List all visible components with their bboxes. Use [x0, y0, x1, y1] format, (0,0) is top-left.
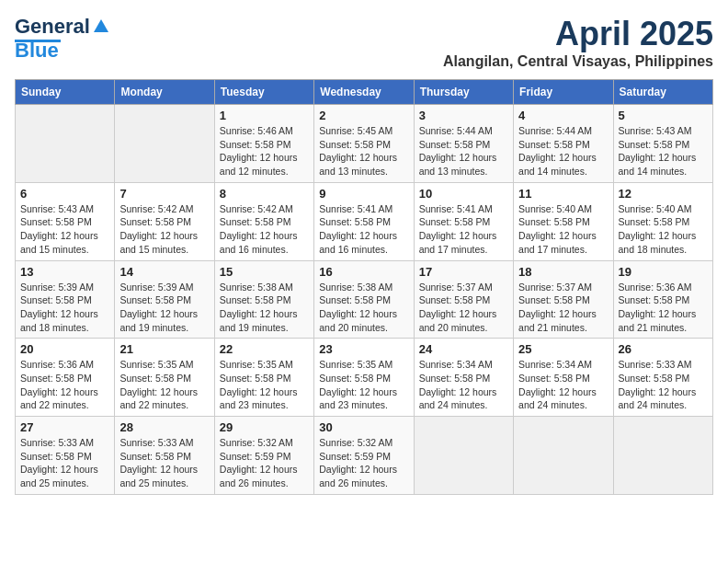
- calendar-cell: 13Sunrise: 5:39 AMSunset: 5:58 PMDayligh…: [16, 260, 115, 339]
- calendar-cell: 25Sunrise: 5:34 AMSunset: 5:58 PMDayligh…: [514, 339, 613, 417]
- calendar-cell: 15Sunrise: 5:38 AMSunset: 5:58 PMDayligh…: [214, 260, 313, 339]
- day-info: Sunrise: 5:43 AMSunset: 5:58 PMDaylight:…: [20, 202, 109, 257]
- title-area: April 2025 Alangilan, Central Visayas, P…: [443, 15, 713, 70]
- day-info: Sunrise: 5:33 AMSunset: 5:58 PMDaylight:…: [20, 436, 109, 490]
- location-title: Alangilan, Central Visayas, Philippines: [443, 53, 713, 70]
- calendar-cell: 7Sunrise: 5:42 AMSunset: 5:58 PMDaylight…: [115, 182, 214, 260]
- day-number: 8: [220, 187, 309, 201]
- svg-marker-0: [94, 19, 108, 32]
- calendar-cell: 10Sunrise: 5:41 AMSunset: 5:58 PMDayligh…: [414, 182, 513, 260]
- week-row-4: 20Sunrise: 5:36 AMSunset: 5:58 PMDayligh…: [16, 339, 713, 417]
- day-info: Sunrise: 5:32 AMSunset: 5:59 PMDaylight:…: [220, 436, 309, 490]
- week-row-2: 6Sunrise: 5:43 AMSunset: 5:58 PMDaylight…: [16, 182, 713, 260]
- calendar-cell: [414, 417, 513, 495]
- week-row-5: 27Sunrise: 5:33 AMSunset: 5:58 PMDayligh…: [16, 417, 713, 495]
- calendar-cell: 21Sunrise: 5:35 AMSunset: 5:58 PMDayligh…: [115, 339, 214, 417]
- day-info: Sunrise: 5:35 AMSunset: 5:58 PMDaylight:…: [119, 358, 209, 412]
- calendar-cell: 23Sunrise: 5:35 AMSunset: 5:58 PMDayligh…: [314, 339, 414, 417]
- day-info: Sunrise: 5:43 AMSunset: 5:58 PMDaylight:…: [619, 124, 708, 178]
- column-header-tuesday: Tuesday: [214, 80, 313, 105]
- calendar-cell: 18Sunrise: 5:37 AMSunset: 5:58 PMDayligh…: [514, 260, 613, 339]
- day-info: Sunrise: 5:40 AMSunset: 5:58 PMDaylight:…: [619, 202, 708, 257]
- day-number: 13: [20, 265, 109, 279]
- day-info: Sunrise: 5:38 AMSunset: 5:58 PMDaylight:…: [220, 281, 309, 335]
- calendar-cell: [514, 417, 613, 495]
- logo-blue: Blue: [15, 39, 59, 63]
- day-number: 26: [619, 342, 708, 356]
- day-number: 14: [119, 265, 209, 279]
- day-info: Sunrise: 5:32 AMSunset: 5:59 PMDaylight:…: [319, 436, 408, 490]
- day-info: Sunrise: 5:42 AMSunset: 5:58 PMDaylight:…: [220, 202, 309, 257]
- week-row-3: 13Sunrise: 5:39 AMSunset: 5:58 PMDayligh…: [16, 260, 713, 339]
- day-info: Sunrise: 5:38 AMSunset: 5:58 PMDaylight:…: [319, 281, 408, 335]
- logo-general: General: [15, 15, 90, 39]
- calendar-cell: [115, 105, 214, 183]
- calendar-cell: 30Sunrise: 5:32 AMSunset: 5:59 PMDayligh…: [314, 417, 414, 495]
- day-info: Sunrise: 5:39 AMSunset: 5:58 PMDaylight:…: [119, 281, 209, 335]
- calendar-cell: 12Sunrise: 5:40 AMSunset: 5:58 PMDayligh…: [613, 182, 712, 260]
- day-number: 10: [419, 187, 508, 201]
- day-info: Sunrise: 5:35 AMSunset: 5:58 PMDaylight:…: [220, 358, 309, 412]
- calendar-cell: 28Sunrise: 5:33 AMSunset: 5:58 PMDayligh…: [115, 417, 214, 495]
- column-header-monday: Monday: [115, 80, 214, 105]
- day-number: 2: [319, 109, 408, 122]
- week-row-1: 1Sunrise: 5:46 AMSunset: 5:58 PMDaylight…: [16, 105, 713, 183]
- day-info: Sunrise: 5:40 AMSunset: 5:58 PMDaylight:…: [518, 202, 608, 257]
- day-number: 21: [119, 342, 209, 356]
- calendar-cell: 1Sunrise: 5:46 AMSunset: 5:58 PMDaylight…: [214, 105, 313, 183]
- column-header-wednesday: Wednesday: [314, 80, 414, 105]
- calendar-cell: [16, 105, 115, 183]
- day-number: 18: [518, 265, 608, 279]
- day-number: 11: [518, 187, 608, 201]
- day-info: Sunrise: 5:34 AMSunset: 5:58 PMDaylight:…: [518, 358, 608, 412]
- day-number: 20: [20, 342, 109, 356]
- calendar-cell: 14Sunrise: 5:39 AMSunset: 5:58 PMDayligh…: [115, 260, 214, 339]
- calendar-cell: 6Sunrise: 5:43 AMSunset: 5:58 PMDaylight…: [16, 182, 115, 260]
- calendar-cell: 19Sunrise: 5:36 AMSunset: 5:58 PMDayligh…: [613, 260, 712, 339]
- calendar-cell: 3Sunrise: 5:44 AMSunset: 5:58 PMDaylight…: [414, 105, 513, 183]
- day-info: Sunrise: 5:37 AMSunset: 5:58 PMDaylight:…: [518, 281, 608, 335]
- calendar-header-row: SundayMondayTuesdayWednesdayThursdayFrid…: [16, 80, 713, 105]
- day-info: Sunrise: 5:42 AMSunset: 5:58 PMDaylight:…: [119, 202, 209, 257]
- day-info: Sunrise: 5:36 AMSunset: 5:58 PMDaylight:…: [619, 281, 708, 335]
- day-number: 4: [518, 109, 608, 122]
- calendar-cell: 26Sunrise: 5:33 AMSunset: 5:58 PMDayligh…: [613, 339, 712, 417]
- day-info: Sunrise: 5:33 AMSunset: 5:58 PMDaylight:…: [619, 358, 708, 412]
- column-header-friday: Friday: [514, 80, 613, 105]
- day-info: Sunrise: 5:45 AMSunset: 5:58 PMDaylight:…: [319, 124, 408, 178]
- day-info: Sunrise: 5:41 AMSunset: 5:58 PMDaylight:…: [419, 202, 508, 257]
- day-info: Sunrise: 5:41 AMSunset: 5:58 PMDaylight:…: [319, 202, 408, 257]
- day-number: 25: [518, 342, 608, 356]
- calendar-cell: 8Sunrise: 5:42 AMSunset: 5:58 PMDaylight…: [214, 182, 313, 260]
- calendar-body: 1Sunrise: 5:46 AMSunset: 5:58 PMDaylight…: [16, 105, 713, 495]
- day-info: Sunrise: 5:44 AMSunset: 5:58 PMDaylight:…: [419, 124, 508, 178]
- day-number: 12: [619, 187, 708, 201]
- day-info: Sunrise: 5:37 AMSunset: 5:58 PMDaylight:…: [419, 281, 508, 335]
- logo: General Blue: [15, 15, 110, 63]
- day-number: 1: [220, 109, 309, 122]
- day-info: Sunrise: 5:39 AMSunset: 5:58 PMDaylight:…: [20, 281, 109, 335]
- day-number: 22: [220, 342, 309, 356]
- calendar-cell: 4Sunrise: 5:44 AMSunset: 5:58 PMDaylight…: [514, 105, 613, 183]
- day-number: 28: [119, 420, 209, 434]
- calendar-cell: 16Sunrise: 5:38 AMSunset: 5:58 PMDayligh…: [314, 260, 414, 339]
- logo-icon: [92, 17, 110, 36]
- day-number: 19: [619, 265, 708, 279]
- calendar-cell: [613, 417, 712, 495]
- day-number: 15: [220, 265, 309, 279]
- day-number: 23: [319, 342, 408, 356]
- day-number: 3: [419, 109, 508, 122]
- calendar-cell: 2Sunrise: 5:45 AMSunset: 5:58 PMDaylight…: [314, 105, 414, 183]
- day-number: 29: [220, 420, 309, 434]
- column-header-saturday: Saturday: [613, 80, 712, 105]
- calendar-cell: 29Sunrise: 5:32 AMSunset: 5:59 PMDayligh…: [214, 417, 313, 495]
- day-info: Sunrise: 5:34 AMSunset: 5:58 PMDaylight:…: [419, 358, 508, 412]
- day-number: 5: [619, 109, 708, 122]
- day-info: Sunrise: 5:36 AMSunset: 5:58 PMDaylight:…: [20, 358, 109, 412]
- day-number: 16: [319, 265, 408, 279]
- day-number: 27: [20, 420, 109, 434]
- calendar-cell: 17Sunrise: 5:37 AMSunset: 5:58 PMDayligh…: [414, 260, 513, 339]
- header: General Blue April 2025 Alangilan, Centr…: [15, 15, 713, 70]
- day-number: 30: [319, 420, 408, 434]
- column-header-thursday: Thursday: [414, 80, 513, 105]
